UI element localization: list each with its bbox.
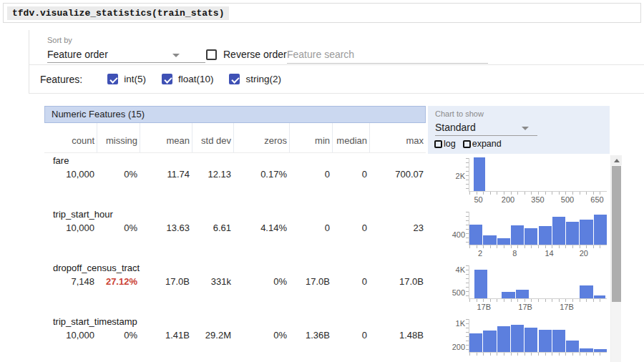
x-axis-tick-label: 200 xyxy=(492,195,524,204)
stat-value: 331k xyxy=(192,276,233,287)
histogram-bar xyxy=(483,235,496,245)
log-label: log xyxy=(444,139,456,149)
feature-stats: 7,14827.12%17.0B331k0%17.0B017.0B xyxy=(44,276,426,287)
plot-area xyxy=(469,319,607,353)
vertical-scrollbar[interactable] xyxy=(610,155,621,362)
stat-value: 10,000 xyxy=(44,222,97,233)
column-header: max xyxy=(369,123,426,152)
histogram-bar xyxy=(474,270,487,298)
x-axis-tick-label: 2 xyxy=(464,249,496,258)
feature-type-checkbox-string2[interactable]: string(2) xyxy=(229,74,281,84)
histogram-fare[interactable]: 2K50200350500650 xyxy=(429,155,621,208)
stat-value: 29.2M xyxy=(192,330,233,341)
feature-type-checkbox-float10[interactable]: float(10) xyxy=(162,74,214,84)
x-axis-tick-label: 17B xyxy=(468,303,499,311)
histogram-bar xyxy=(594,349,607,352)
sort-by-select[interactable]: Feature order xyxy=(47,47,205,63)
stat-value: 17.0B xyxy=(369,276,426,287)
chart-options-panel: Chart to show Standard log expand xyxy=(428,106,610,154)
stat-value: 4.14% xyxy=(233,222,289,233)
histogram-bar xyxy=(469,333,482,352)
features-label: Features: xyxy=(40,74,82,85)
code-cell[interactable]: tfdv.visualize_statistics(train_stats) xyxy=(3,3,641,23)
expand-checkbox[interactable]: expand xyxy=(463,139,502,149)
reverse-order-checkbox[interactable]: Reverse order xyxy=(206,49,287,60)
feature-type-label: string(2) xyxy=(245,74,281,84)
histogram-bar xyxy=(594,295,605,298)
sort-by-label: Sort by xyxy=(47,36,72,44)
checkbox-checked-icon xyxy=(107,74,118,84)
arrow-up-icon xyxy=(614,159,620,162)
y-axis-tick-label: 2K xyxy=(429,172,465,180)
y-axis-tick-label: 4K xyxy=(429,265,465,274)
stat-value: 0 xyxy=(332,330,369,341)
chart-type-select[interactable]: Standard xyxy=(435,120,537,136)
histogram-bar xyxy=(539,330,552,352)
feature-type-label: int(5) xyxy=(124,74,146,84)
feature-stats: 10,0000%13.636.614.14%0023 xyxy=(44,222,426,233)
feature-name: trip_start_timestamp xyxy=(44,314,426,327)
stat-value: 11.74 xyxy=(140,169,192,180)
plot-area xyxy=(469,158,607,192)
scrollbar-thumb[interactable] xyxy=(612,166,621,302)
x-axis-tick-label: 350 xyxy=(522,195,554,204)
stat-value: 0% xyxy=(97,222,140,233)
histogram-trip_start_hour[interactable]: 400281420 xyxy=(429,208,621,262)
stat-value: 17.0B xyxy=(140,276,192,287)
feature-search-input[interactable] xyxy=(287,46,488,64)
feature-stats: 10,0000%1.41B29.2M0%1.36B01.48B xyxy=(44,330,426,341)
stat-value: 17.0B xyxy=(289,276,332,287)
controls-bar: Sort by Feature order Reverse order xyxy=(29,30,644,64)
checkbox-unchecked-icon xyxy=(206,49,217,60)
stat-value: 7,148 xyxy=(44,276,97,287)
reverse-order-label: Reverse order xyxy=(223,49,287,60)
y-axis-tick-label: 200 xyxy=(429,343,465,351)
plot-area xyxy=(469,212,607,245)
sort-by-value: Feature order xyxy=(47,49,108,60)
table-row: trip_start_hour10,0000%13.636.614.14%002… xyxy=(44,207,426,260)
feature-type-list: int(5)float(10)string(2) xyxy=(107,74,281,84)
histogram-dropoff_census_tract[interactable]: 4K50017B17B17B xyxy=(429,262,621,315)
histogram-trip_start_timestamp[interactable]: 1K200 xyxy=(429,315,621,362)
checkbox-unchecked-icon xyxy=(434,140,442,148)
histogram-bar xyxy=(497,326,510,352)
histogram-bar xyxy=(580,220,592,245)
stat-value: 12.13 xyxy=(192,169,233,180)
stat-value: 1.41B xyxy=(140,330,192,341)
code-text: tfdv.visualize_statistics(train_stats) xyxy=(7,6,229,20)
stat-value: 0 xyxy=(332,222,369,233)
scroll-up-button[interactable] xyxy=(611,155,622,165)
x-axis-tick-label: 17B xyxy=(551,303,582,311)
x-axis-tick-label: 50 xyxy=(463,195,494,204)
stat-value: 0 xyxy=(332,169,369,180)
feature-name: trip_start_hour xyxy=(44,207,426,220)
histogram-bar xyxy=(474,157,485,191)
column-header: missing xyxy=(97,123,140,152)
log-checkbox[interactable]: log xyxy=(434,139,456,149)
histogram-bar xyxy=(580,285,592,298)
numeric-features-header: Numeric Features (15) xyxy=(44,106,426,123)
y-axis-tick-label: 400 xyxy=(429,230,465,239)
stat-value: 27.12% xyxy=(97,276,140,287)
feature-search xyxy=(287,46,488,64)
stat-value: 23 xyxy=(369,222,426,233)
histogram-bar xyxy=(580,348,592,352)
histogram-bar xyxy=(552,330,565,352)
feature-type-checkbox-int5[interactable]: int(5) xyxy=(107,74,146,84)
histogram-bar xyxy=(516,290,529,298)
plot-area xyxy=(469,265,607,299)
table-row: fare10,0000%11.7412.130.17%00700.07 xyxy=(44,153,426,207)
stat-value: 0% xyxy=(97,169,140,180)
checkbox-unchecked-icon xyxy=(463,140,471,148)
stat-value: 0% xyxy=(233,330,289,341)
x-axis-tick-label: 650 xyxy=(581,195,613,204)
expand-label: expand xyxy=(472,139,502,149)
stat-value: 6.61 xyxy=(192,222,233,233)
column-header: mean xyxy=(140,123,192,152)
column-header: min xyxy=(289,123,332,152)
table-row: trip_start_timestamp10,0000%1.41B29.2M0%… xyxy=(44,314,426,362)
histogram-bar xyxy=(594,215,607,245)
histogram-bar xyxy=(469,225,482,245)
chart-type-value: Standard xyxy=(435,122,476,133)
feature-name: fare xyxy=(44,153,426,166)
